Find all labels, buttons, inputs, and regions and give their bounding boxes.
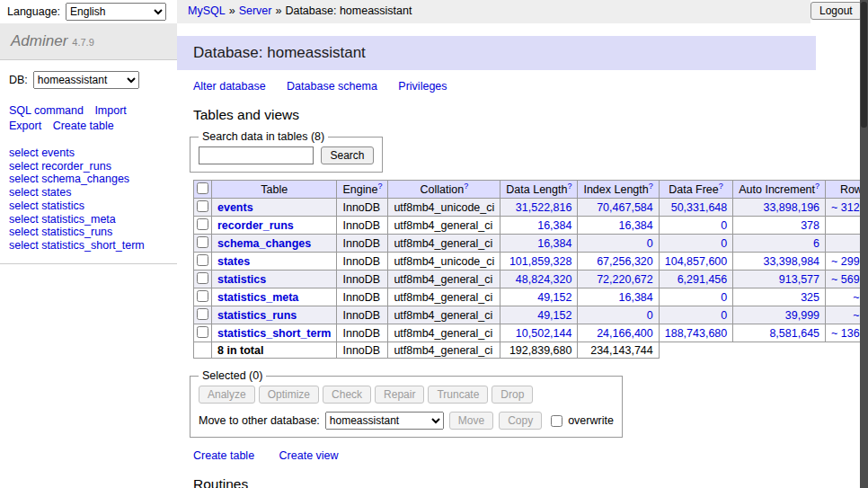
index_length-link[interactable]: 24,166,400 xyxy=(597,327,653,340)
auto_increment-link[interactable]: 33,898,196 xyxy=(763,201,819,214)
index_length-link[interactable]: 67,256,320 xyxy=(597,255,653,268)
help-icon[interactable]: ? xyxy=(464,182,468,191)
language-row: Language: English xyxy=(0,0,177,23)
db-action-privileges[interactable]: Privileges xyxy=(398,80,447,93)
data_free-link[interactable]: 188,743,680 xyxy=(665,327,728,340)
page-title: Database: homeassistant xyxy=(177,36,816,70)
db-select[interactable]: homeassistant xyxy=(33,71,139,89)
index_length-link[interactable]: 72,220,672 xyxy=(597,273,653,286)
sidebar-link-select-statistics-short-term[interactable]: select statistics_short_term xyxy=(9,239,177,253)
breadcrumb-item-mysql[interactable]: MySQL xyxy=(188,4,226,17)
data_length-link[interactable]: 49,152 xyxy=(537,291,571,304)
sidebar-actions: SQL command Import Export Create table xyxy=(9,103,151,134)
optimize-button[interactable]: Optimize xyxy=(259,386,319,404)
sidebar-link-select-states[interactable]: select states xyxy=(9,186,177,200)
search-input[interactable] xyxy=(199,146,314,164)
auto_increment-link[interactable]: 33,398,984 xyxy=(763,255,819,268)
row-checkbox[interactable] xyxy=(197,290,208,302)
data_free-link[interactable]: 0 xyxy=(721,309,727,322)
truncate-button[interactable]: Truncate xyxy=(428,386,488,404)
sidebar-action-sql-command[interactable]: SQL command xyxy=(9,104,84,117)
data_length-link[interactable]: 101,859,328 xyxy=(509,255,572,268)
table-link[interactable]: states xyxy=(217,255,250,268)
table-name-cell: events xyxy=(212,199,337,217)
data_free-link[interactable]: 104,857,600 xyxy=(665,255,728,268)
table-link[interactable]: schema_changes xyxy=(217,237,311,250)
row-checkbox[interactable] xyxy=(197,272,208,284)
sidebar-action-import[interactable]: Import xyxy=(94,104,126,117)
analyze-button[interactable]: Analyze xyxy=(199,386,255,404)
search-button[interactable]: Search xyxy=(321,146,373,164)
index_length-link[interactable]: 0 xyxy=(647,309,653,322)
table-link[interactable]: statistics xyxy=(217,273,266,286)
auto_increment-link[interactable]: 39,999 xyxy=(785,309,819,322)
auto_increment-link[interactable]: 6 xyxy=(813,237,819,250)
col-header-index-length: Index Length? xyxy=(578,181,659,199)
data_length-link[interactable]: 49,152 xyxy=(537,309,571,322)
auto_increment-link[interactable]: 378 xyxy=(801,219,819,232)
help-icon[interactable]: ? xyxy=(719,182,723,191)
index_length-link[interactable]: 16,384 xyxy=(619,219,653,232)
data_length-link[interactable]: 16,384 xyxy=(537,219,571,232)
language-select[interactable]: English xyxy=(66,3,166,21)
data_length-link[interactable]: 16,384 xyxy=(537,237,571,250)
help-icon[interactable]: ? xyxy=(815,182,819,191)
table-link[interactable]: events xyxy=(217,201,253,214)
main-area: MySQL»Server»Database: homeassistant Log… xyxy=(177,0,868,488)
data_length-cell: 16,384 xyxy=(500,235,578,253)
data_length-link[interactable]: 10,502,144 xyxy=(516,327,572,340)
table-link[interactable]: statistics_runs xyxy=(217,309,297,322)
data_length-link[interactable]: 31,522,816 xyxy=(516,201,572,214)
row-checkbox[interactable] xyxy=(197,326,208,338)
overwrite-checkbox[interactable] xyxy=(551,415,562,427)
sidebar-action-export[interactable]: Export xyxy=(9,120,41,132)
table-link[interactable]: statistics_meta xyxy=(217,291,298,304)
data_free-link[interactable]: 0 xyxy=(721,219,727,232)
row-checkbox[interactable] xyxy=(197,218,208,230)
index_length-link[interactable]: 70,467,584 xyxy=(597,201,653,214)
scrollbar[interactable] xyxy=(860,0,868,488)
scrollbar-thumb[interactable] xyxy=(861,2,867,128)
sidebar-action-create-table[interactable]: Create table xyxy=(53,120,114,132)
auto_increment-link[interactable]: 8,581,645 xyxy=(769,327,819,340)
move-button[interactable]: Move xyxy=(449,412,493,430)
data_free-link[interactable]: 50,331,648 xyxy=(671,201,728,214)
breadcrumb-item-server[interactable]: Server xyxy=(239,4,272,17)
auto_increment-link[interactable]: 325 xyxy=(801,291,819,304)
repair-button[interactable]: Repair xyxy=(375,386,424,404)
sidebar-link-select-statistics-runs[interactable]: select statistics_runs xyxy=(9,226,177,239)
data_free-link[interactable]: 0 xyxy=(721,291,727,304)
help-icon[interactable]: ? xyxy=(649,182,653,191)
overwrite-label[interactable]: overwrite xyxy=(547,413,614,430)
table-link[interactable]: statistics_short_term xyxy=(217,327,331,340)
copy-button[interactable]: Copy xyxy=(499,412,542,430)
auto_increment-cell: 8,581,645 xyxy=(733,324,826,342)
sidebar-link-select-schema-changes[interactable]: select schema_changes xyxy=(9,173,177,186)
db-action-alter-database[interactable]: Alter database xyxy=(193,80,266,93)
data_free-link[interactable]: 6,291,456 xyxy=(678,273,728,286)
create-link-create-view[interactable]: Create view xyxy=(279,449,339,462)
row-checkbox[interactable] xyxy=(197,236,208,248)
row-checkbox[interactable] xyxy=(197,308,208,320)
drop-button[interactable]: Drop xyxy=(492,386,533,404)
row-checkbox[interactable] xyxy=(197,254,208,266)
sidebar-link-select-statistics-meta[interactable]: select statistics_meta xyxy=(9,213,177,226)
table-link[interactable]: recorder_runs xyxy=(217,219,294,232)
sidebar-link-select-events[interactable]: select events xyxy=(9,146,177,160)
db-action-database-schema[interactable]: Database schema xyxy=(287,80,377,93)
index_length-link[interactable]: 16,384 xyxy=(619,291,653,304)
auto_increment-link[interactable]: 913,577 xyxy=(779,273,819,286)
help-icon[interactable]: ? xyxy=(377,182,382,191)
help-icon[interactable]: ? xyxy=(567,182,571,191)
logout-button[interactable]: Logout xyxy=(810,2,862,20)
row-checkbox[interactable] xyxy=(197,200,208,212)
sidebar-link-select-recorder-runs[interactable]: select recorder_runs xyxy=(9,160,177,173)
create-link-create-table[interactable]: Create table xyxy=(193,449,254,462)
select-all-checkbox[interactable] xyxy=(197,182,208,194)
index_length-link[interactable]: 0 xyxy=(647,237,653,250)
move-db-select[interactable]: homeassistant xyxy=(325,412,444,430)
sidebar-link-select-statistics[interactable]: select statistics xyxy=(9,200,177,213)
data_free-link[interactable]: 0 xyxy=(721,237,727,250)
check-button[interactable]: Check xyxy=(323,386,371,404)
data_length-link[interactable]: 48,824,320 xyxy=(516,273,572,286)
